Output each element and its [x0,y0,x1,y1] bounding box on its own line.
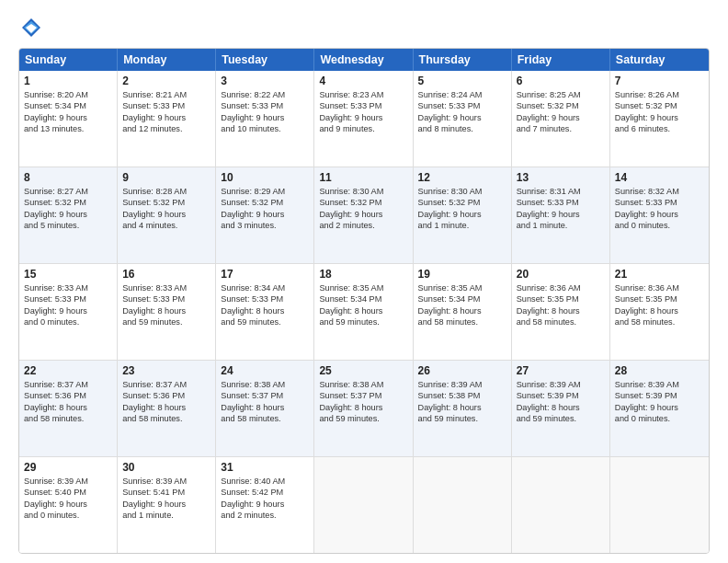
day-number: 28 [615,364,704,377]
cell-line: and 2 minutes. [319,220,407,231]
cell-line: Daylight: 9 hours [517,112,605,123]
cell-line: and 58 minutes. [615,316,704,327]
cell-line: Sunset: 5:34 PM [24,100,112,111]
cell-line: and 58 minutes. [24,413,112,424]
cell-line: and 0 minutes. [615,413,704,424]
cal-cell-day-9: 9Sunrise: 8:28 AMSunset: 5:32 PMDaylight… [118,167,216,263]
cell-line: Sunset: 5:39 PM [615,390,704,401]
cell-line: Sunrise: 8:39 AM [418,379,506,390]
cell-line: Sunset: 5:39 PM [517,390,605,401]
cell-line: and 6 minutes. [615,123,704,134]
cell-line: Sunrise: 8:35 AM [319,282,407,293]
cell-line: Sunrise: 8:28 AM [122,186,210,197]
day-number: 6 [517,75,605,87]
cell-line: Daylight: 9 hours [615,402,704,413]
day-number: 12 [418,171,506,184]
cell-line: Sunrise: 8:39 AM [122,476,210,487]
page: SundayMondayTuesdayWednesdayThursdayFrid… [0,0,728,563]
cal-cell-day-17: 17Sunrise: 8:34 AMSunset: 5:33 PMDayligh… [216,264,314,360]
cal-cell-day-1: 1Sunrise: 8:20 AMSunset: 5:34 PMDaylight… [19,71,118,167]
cell-line: Sunrise: 8:34 AM [221,282,309,293]
cell-line: and 9 minutes. [319,123,407,134]
cell-line: and 0 minutes. [24,316,112,327]
cell-line: Sunrise: 8:39 AM [517,379,605,390]
cell-line: and 5 minutes. [24,220,112,231]
day-number: 30 [122,461,210,474]
cell-line: and 59 minutes. [418,413,506,424]
cell-line: Sunset: 5:34 PM [319,293,407,304]
cell-line: and 59 minutes. [122,316,210,327]
logo [18,15,48,40]
day-number: 26 [418,364,506,377]
day-number: 31 [221,461,309,474]
cal-cell-empty-4-5 [512,457,610,553]
cell-line: Sunrise: 8:31 AM [517,186,605,197]
cell-line: Sunset: 5:33 PM [122,100,210,111]
cell-line: Sunrise: 8:30 AM [319,186,407,197]
cell-line: Sunrise: 8:36 AM [517,282,605,293]
cell-line: Daylight: 9 hours [615,112,704,123]
cell-line: Daylight: 9 hours [418,112,506,123]
cell-line: Daylight: 8 hours [615,305,704,316]
cell-line: Daylight: 8 hours [122,305,210,316]
cell-line: Sunset: 5:32 PM [418,197,506,208]
cell-line: Sunset: 5:40 PM [24,487,112,498]
calendar-header-row: SundayMondayTuesdayWednesdayThursdayFrid… [19,49,709,71]
cell-line: and 8 minutes. [418,123,506,134]
cell-line: and 58 minutes. [517,316,605,327]
cell-line: and 1 minute. [517,220,605,231]
cal-row-3: 22Sunrise: 8:37 AMSunset: 5:36 PMDayligh… [19,361,709,457]
cell-line: and 58 minutes. [221,413,309,424]
cell-line: Daylight: 9 hours [24,112,112,123]
cell-line: Sunrise: 8:23 AM [319,89,407,100]
cell-line: Daylight: 8 hours [319,305,407,316]
cell-line: and 1 minute. [122,510,210,521]
day-number: 16 [122,268,210,281]
day-number: 27 [517,364,605,377]
cal-cell-day-15: 15Sunrise: 8:33 AMSunset: 5:33 PMDayligh… [19,264,118,360]
cell-line: and 59 minutes. [517,413,605,424]
cal-cell-day-24: 24Sunrise: 8:38 AMSunset: 5:37 PMDayligh… [216,361,314,456]
cell-line: Daylight: 9 hours [319,209,407,220]
cal-row-1: 8Sunrise: 8:27 AMSunset: 5:32 PMDaylight… [19,167,709,264]
cell-line: Sunrise: 8:38 AM [221,379,309,390]
cell-line: Sunrise: 8:35 AM [418,282,506,293]
day-number: 15 [24,268,112,281]
day-number: 1 [24,75,112,87]
cal-cell-day-26: 26Sunrise: 8:39 AMSunset: 5:38 PMDayligh… [414,361,512,456]
day-number: 18 [319,268,407,281]
cell-line: Sunset: 5:32 PM [122,197,210,208]
cal-cell-empty-4-4 [414,457,512,553]
cell-line: Sunrise: 8:22 AM [221,89,309,100]
cal-header-saturday: Saturday [610,49,709,71]
cell-line: Sunset: 5:33 PM [319,100,407,111]
cal-cell-day-30: 30Sunrise: 8:39 AMSunset: 5:41 PMDayligh… [118,457,216,553]
cell-line: Sunset: 5:32 PM [517,100,605,111]
cal-header-wednesday: Wednesday [314,49,413,71]
cell-line: Daylight: 8 hours [221,305,309,316]
cell-line: Sunrise: 8:40 AM [221,476,309,487]
cell-line: Sunrise: 8:29 AM [221,186,309,197]
cal-cell-day-2: 2Sunrise: 8:21 AMSunset: 5:33 PMDaylight… [118,71,216,167]
day-number: 2 [122,75,210,87]
cell-line: Sunrise: 8:24 AM [418,89,506,100]
cell-line: Sunset: 5:33 PM [24,293,112,304]
day-number: 20 [517,268,605,281]
cal-row-2: 15Sunrise: 8:33 AMSunset: 5:33 PMDayligh… [19,264,709,361]
cell-line: Sunrise: 8:21 AM [122,89,210,100]
cell-line: Sunrise: 8:33 AM [24,282,112,293]
cal-cell-day-22: 22Sunrise: 8:37 AMSunset: 5:36 PMDayligh… [19,361,118,456]
cell-line: Sunrise: 8:37 AM [24,379,112,390]
cell-line: and 1 minute. [418,220,506,231]
day-number: 9 [122,171,210,184]
calendar: SundayMondayTuesdayWednesdayThursdayFrid… [18,48,710,554]
cell-line: Daylight: 9 hours [221,112,309,123]
cell-line: Daylight: 8 hours [418,305,506,316]
cal-cell-day-19: 19Sunrise: 8:35 AMSunset: 5:34 PMDayligh… [414,264,512,360]
logo-icon [18,15,44,40]
cal-cell-day-11: 11Sunrise: 8:30 AMSunset: 5:32 PMDayligh… [314,167,413,263]
cell-line: Sunset: 5:32 PM [615,100,704,111]
cell-line: Sunset: 5:38 PM [418,390,506,401]
cell-line: and 10 minutes. [221,123,309,134]
cal-cell-day-31: 31Sunrise: 8:40 AMSunset: 5:42 PMDayligh… [216,457,314,553]
